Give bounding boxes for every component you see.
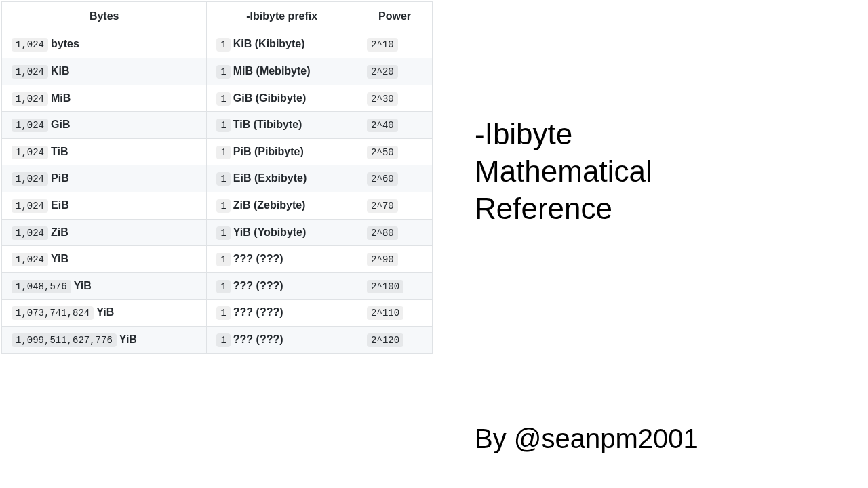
bytes-number: 1,024 (12, 38, 48, 52)
table-row: 1,024KiB1MiB (Mebibyte)2^20 (2, 58, 433, 85)
power-value: 2^80 (367, 226, 398, 240)
prefix-number: 1 (216, 92, 230, 106)
bytes-number: 1,024 (12, 172, 48, 186)
table-row: 1,024GiB1TiB (Tibibyte)2^40 (2, 112, 433, 139)
cell-bytes: 1,024EiB (2, 192, 207, 219)
bytes-unit: EiB (51, 199, 69, 211)
cell-prefix: 1KiB (Kibibyte) (207, 31, 357, 58)
cell-bytes: 1,024PiB (2, 165, 207, 192)
cell-prefix: 1PiB (Pibibyte) (207, 138, 357, 165)
power-value: 2^110 (367, 306, 403, 320)
cell-power: 2^120 (357, 326, 433, 353)
prefix-number: 1 (216, 280, 230, 293)
bytes-unit: KiB (51, 65, 70, 77)
table-row: 1,048,576YiB1??? (???)2^100 (2, 272, 433, 300)
bytes-unit: bytes (51, 38, 79, 49)
power-value: 2^120 (367, 333, 403, 347)
byline: By @seanpm2001 (475, 424, 698, 454)
bytes-unit: MiB (51, 92, 71, 104)
cell-prefix: 1??? (???) (207, 326, 357, 353)
cell-bytes: 1,073,741,824YiB (2, 300, 207, 327)
power-value: 2^10 (367, 38, 398, 52)
cell-power: 2^60 (357, 165, 433, 192)
table-header-row: Bytes -Ibibyte prefix Power (2, 2, 433, 31)
power-value: 2^30 (367, 92, 398, 106)
cell-prefix: 1TiB (Tibibyte) (207, 112, 357, 139)
prefix-label: TiB (Tibibyte) (233, 119, 302, 130)
prefix-label: KiB (Kibibyte) (233, 38, 305, 49)
prefix-label: GiB (Gibibyte) (233, 92, 307, 104)
prefix-number: 1 (216, 199, 230, 213)
power-value: 2^50 (367, 146, 398, 159)
bytes-unit: PiB (51, 172, 69, 184)
bytes-number: 1,073,741,824 (12, 306, 94, 320)
table-row: 1,024TiB1PiB (Pibibyte)2^50 (2, 138, 433, 165)
cell-bytes: 1,099,511,627,776YiB (2, 326, 207, 353)
power-value: 2^60 (367, 172, 398, 186)
ibibyte-table: Bytes -Ibibyte prefix Power 1,024bytes1K… (1, 1, 433, 354)
prefix-label: ZiB (Zebibyte) (233, 199, 306, 211)
cell-power: 2^10 (357, 31, 433, 58)
bytes-unit: ZiB (51, 226, 68, 238)
cell-power: 2^50 (357, 138, 433, 165)
cell-prefix: 1GiB (Gibibyte) (207, 85, 357, 112)
bytes-unit: YiB (119, 333, 137, 345)
prefix-label: ??? (???) (233, 333, 283, 345)
bytes-number: 1,048,576 (12, 280, 71, 293)
prefix-number: 1 (216, 65, 230, 79)
bytes-unit: TiB (51, 146, 68, 157)
power-value: 2^100 (367, 280, 403, 293)
cell-power: 2^100 (357, 272, 433, 300)
bytes-unit: YiB (74, 280, 92, 291)
prefix-number: 1 (216, 226, 230, 240)
col-header-bytes: Bytes (2, 2, 207, 31)
cell-bytes: 1,024KiB (2, 58, 207, 85)
bytes-number: 1,099,511,627,776 (12, 333, 117, 347)
table-row: 1,024YiB1??? (???)2^90 (2, 246, 433, 273)
col-header-power: Power (357, 2, 433, 31)
cell-power: 2^110 (357, 300, 433, 327)
bytes-number: 1,024 (12, 253, 48, 266)
page-title: -Ibibyte Mathematical Reference (475, 115, 652, 227)
table-row: 1,073,741,824YiB1??? (???)2^110 (2, 300, 433, 327)
col-header-prefix: -Ibibyte prefix (207, 2, 357, 31)
cell-power: 2^20 (357, 58, 433, 85)
cell-prefix: 1??? (???) (207, 300, 357, 327)
prefix-label: YiB (Yobibyte) (233, 226, 307, 238)
prefix-number: 1 (216, 119, 230, 132)
cell-power: 2^80 (357, 219, 433, 246)
cell-prefix: 1ZiB (Zebibyte) (207, 192, 357, 219)
table-row: 1,024PiB1EiB (Exbibyte)2^60 (2, 165, 433, 192)
cell-power: 2^70 (357, 192, 433, 219)
bytes-number: 1,024 (12, 226, 48, 240)
prefix-number: 1 (216, 253, 230, 266)
bytes-unit: YiB (96, 306, 114, 318)
table-row: 1,024EiB1ZiB (Zebibyte)2^70 (2, 192, 433, 219)
prefix-label: MiB (Mebibyte) (233, 65, 311, 77)
bytes-number: 1,024 (12, 146, 48, 159)
prefix-number: 1 (216, 146, 230, 159)
power-value: 2^70 (367, 199, 398, 213)
cell-prefix: 1EiB (Exbibyte) (207, 165, 357, 192)
power-value: 2^40 (367, 119, 398, 132)
cell-power: 2^40 (357, 112, 433, 139)
prefix-number: 1 (216, 38, 230, 52)
bytes-unit: YiB (51, 253, 68, 264)
cell-power: 2^30 (357, 85, 433, 112)
prefix-label: EiB (Exbibyte) (233, 172, 307, 184)
table-row: 1,024ZiB1YiB (Yobibyte)2^80 (2, 219, 433, 246)
table-row: 1,099,511,627,776YiB1??? (???)2^120 (2, 326, 433, 353)
bytes-number: 1,024 (12, 199, 48, 213)
cell-bytes: 1,024MiB (2, 85, 207, 112)
cell-bytes: 1,024YiB (2, 246, 207, 273)
bytes-unit: GiB (51, 119, 70, 130)
prefix-number: 1 (216, 172, 230, 186)
prefix-label: ??? (???) (233, 306, 283, 318)
cell-bytes: 1,048,576YiB (2, 272, 207, 300)
table-body: 1,024bytes1KiB (Kibibyte)2^101,024KiB1Mi… (2, 31, 433, 353)
prefix-label: ??? (???) (233, 280, 283, 291)
cell-prefix: 1YiB (Yobibyte) (207, 219, 357, 246)
cell-power: 2^90 (357, 246, 433, 273)
cell-bytes: 1,024bytes (2, 31, 207, 58)
bytes-number: 1,024 (12, 65, 48, 79)
